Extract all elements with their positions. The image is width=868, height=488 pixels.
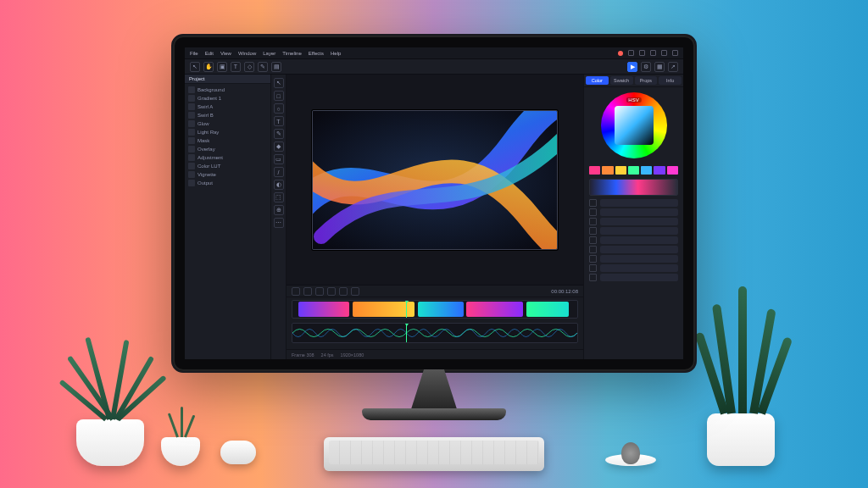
layer-row[interactable]: Swirl B <box>185 111 270 119</box>
canvas-viewport[interactable] <box>287 75 583 285</box>
tool-button[interactable]: ○ <box>274 103 284 114</box>
menubar-status-icon <box>661 50 667 56</box>
color-swatch[interactable] <box>602 166 613 175</box>
project-panel: Project BackgroundGradient 1Swirl ASwirl… <box>185 75 271 359</box>
resolution-label: 1920×1080 <box>341 352 364 358</box>
export-icon[interactable]: ↗ <box>668 62 678 72</box>
property-row[interactable] <box>589 227 678 235</box>
menu-item[interactable]: Window <box>238 51 256 56</box>
layer-row[interactable]: Vignette <box>185 170 270 179</box>
histogram <box>589 179 678 196</box>
property-field[interactable] <box>600 236 678 244</box>
keyboard <box>324 437 544 471</box>
grid-icon[interactable]: ▦ <box>654 62 665 72</box>
layer-row[interactable]: Mask <box>185 136 270 145</box>
property-row[interactable] <box>589 246 678 253</box>
color-swatch[interactable] <box>654 166 665 175</box>
menu-item[interactable]: Effects <box>309 51 324 56</box>
property-row[interactable] <box>589 208 678 216</box>
layer-row[interactable]: Output <box>185 179 270 187</box>
tab-swatch[interactable]: Swatch <box>610 76 633 85</box>
property-field[interactable] <box>600 227 678 235</box>
tool-button[interactable]: ◐ <box>274 180 284 190</box>
playhead[interactable] <box>406 324 407 342</box>
bucket-icon[interactable]: ▤ <box>271 62 281 72</box>
loop-icon[interactable] <box>339 287 348 296</box>
layer-row[interactable]: Light Ray <box>185 128 270 136</box>
tool-button[interactable]: T <box>274 116 284 126</box>
play-icon[interactable] <box>292 287 300 296</box>
layer-label: Gradient 1 <box>198 96 221 101</box>
color-swatch[interactable] <box>589 166 600 175</box>
tool-button[interactable]: ◆ <box>274 141 284 152</box>
tool-button[interactable]: ⊕ <box>274 205 284 215</box>
property-field[interactable] <box>600 274 678 281</box>
menu-item[interactable]: Layer <box>263 51 275 56</box>
layer-row[interactable]: Overlay <box>185 145 270 153</box>
layer-row[interactable]: Swirl A <box>185 103 270 111</box>
layer-label: Mask <box>198 138 209 143</box>
video-track[interactable] <box>292 300 578 319</box>
pointer-icon[interactable]: ↖ <box>190 62 200 72</box>
vertical-tool-strip: ↖□○T✎◆▭/◐⬚⊕⋯ <box>271 75 287 359</box>
audio-track[interactable] <box>292 323 578 343</box>
shape-icon[interactable]: ◇ <box>244 62 254 72</box>
tab-info[interactable]: Info <box>659 76 682 85</box>
playhead[interactable] <box>406 301 407 318</box>
layer-label: Background <box>198 87 225 92</box>
menu-item[interactable]: Help <box>331 51 341 56</box>
menu-item[interactable]: Timeline <box>282 51 301 56</box>
menu-item[interactable]: File <box>190 51 198 56</box>
hand-icon[interactable]: ✋ <box>203 62 214 72</box>
property-icon <box>589 274 597 281</box>
property-field[interactable] <box>600 246 678 253</box>
menu-item[interactable]: Edit <box>205 51 214 56</box>
property-field[interactable] <box>600 255 678 263</box>
pause-icon[interactable] <box>303 287 312 296</box>
cut-icon[interactable] <box>351 287 359 296</box>
layer-row[interactable]: Background <box>185 86 270 94</box>
play-icon[interactable]: ▶ <box>627 62 637 72</box>
settings-icon[interactable]: ⚙ <box>641 62 651 72</box>
layer-row[interactable]: Glow <box>185 119 270 128</box>
tool-button[interactable]: ⬚ <box>274 192 284 202</box>
color-wheel[interactable]: HSV <box>601 92 667 158</box>
text-icon[interactable]: T <box>231 62 241 72</box>
property-field[interactable] <box>600 208 678 216</box>
property-row[interactable] <box>589 264 678 272</box>
color-swatch[interactable] <box>667 166 678 175</box>
layer-row[interactable]: Adjustment <box>185 153 270 162</box>
property-row[interactable] <box>589 255 678 263</box>
tool-button[interactable]: □ <box>274 91 284 101</box>
tool-button[interactable]: ▭ <box>274 154 284 164</box>
property-field[interactable] <box>600 199 678 207</box>
tool-button[interactable]: / <box>274 167 284 177</box>
property-field[interactable] <box>600 264 678 272</box>
tool-button[interactable]: ↖ <box>274 78 284 88</box>
property-row[interactable] <box>589 274 678 281</box>
tool-button[interactable]: ✎ <box>274 129 284 139</box>
tab-props[interactable]: Props <box>635 76 658 85</box>
property-field[interactable] <box>600 218 678 225</box>
menu-item[interactable]: View <box>220 51 231 56</box>
layer-label: Light Ray <box>198 130 219 135</box>
timeline-panel: 00:00:12:08 <box>287 285 583 359</box>
color-swatch[interactable] <box>628 166 639 175</box>
next-frame-icon[interactable] <box>327 287 336 296</box>
property-row[interactable] <box>589 218 678 225</box>
property-icon <box>589 255 597 263</box>
tool-button[interactable]: ⋯ <box>274 218 284 228</box>
layer-thumb <box>188 163 195 169</box>
canvas[interactable] <box>312 110 558 250</box>
color-swatch[interactable] <box>641 166 652 175</box>
tab-color[interactable]: Color <box>586 76 609 85</box>
layer-row[interactable]: Color LUT <box>185 162 270 170</box>
property-row[interactable] <box>589 236 678 244</box>
right-panel-tabs: Color Swatch Props Info <box>584 75 683 87</box>
prev-frame-icon[interactable] <box>315 287 324 296</box>
layer-row[interactable]: Gradient 1 <box>185 94 270 103</box>
crop-icon[interactable]: ▣ <box>217 62 227 72</box>
property-row[interactable] <box>589 199 678 207</box>
pen-icon[interactable]: ✎ <box>258 62 268 72</box>
color-swatch[interactable] <box>615 166 626 175</box>
